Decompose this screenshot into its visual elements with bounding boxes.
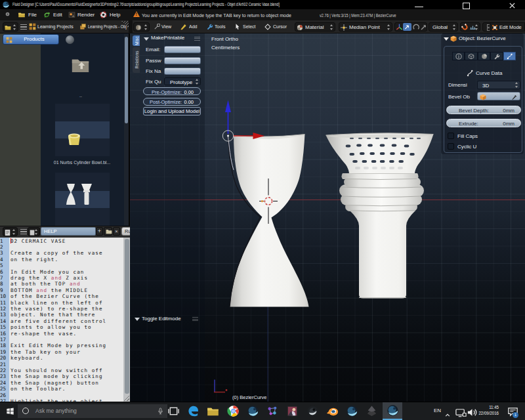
editor-line[interactable]: on the right. — [10, 257, 123, 262]
editor-line[interactable]: on the Toolbar. — [10, 386, 123, 392]
editor-line[interactable]: 02 CERMAIC VASE — [10, 238, 123, 244]
password-field[interactable] — [164, 57, 201, 64]
editor-line[interactable]: You should now switch off — [10, 368, 123, 373]
editor-line[interactable]: the Tab key on your — [10, 349, 123, 355]
mic-icon[interactable] — [156, 407, 165, 415]
editor-line[interactable]: BOTTOM and the MIDDLE — [10, 287, 123, 293]
toggle-editmode-collapse-icon[interactable] — [135, 318, 140, 321]
pre-optimize-slider[interactable]: Pre-Optimize: 0.00 — [143, 87, 201, 95]
editor-line[interactable]: object. Note that there — [10, 312, 123, 318]
pivot-dropdown[interactable]: Median Point — [339, 22, 392, 32]
edge-icon[interactable] — [187, 405, 200, 417]
editor-line[interactable]: are five different control — [10, 318, 123, 324]
object-panel-collapse-icon[interactable] — [444, 37, 449, 41]
file-item-label[interactable]: 01 Nurbs Cylinder Bowl.bl... — [43, 160, 121, 165]
text-name-field[interactable]: HELP — [41, 227, 96, 236]
email-field[interactable] — [164, 46, 201, 53]
dimensions-dropdown[interactable]: 3D — [477, 81, 520, 89]
inkscape-icon[interactable] — [366, 405, 378, 417]
mode-button[interactable]: Edit Mode — [490, 22, 525, 32]
bowl-thumbnail[interactable] — [65, 129, 83, 148]
editor-line[interactable]: the Snap (magnet) button — [10, 380, 123, 386]
props-tab-material[interactable] — [478, 52, 490, 60]
cyclic-checkbox[interactable] — [448, 143, 454, 150]
makeprintable-collapse-icon[interactable] — [144, 37, 149, 41]
editor-line[interactable]: Create a copy of the vase — [10, 250, 123, 256]
login-upload-button[interactable]: Login and Upload Model — [143, 107, 201, 116]
text-editor-type-button[interactable] — [3, 227, 18, 236]
editor-line[interactable] — [10, 337, 123, 343]
object-panel-title[interactable]: Object: BezierCurve — [459, 35, 506, 41]
editor-line[interactable]: In Edit Mode you can — [10, 269, 123, 275]
editor-line[interactable]: the Snap mode by clicking — [10, 373, 123, 379]
editor-scrollbar-thumb[interactable] — [125, 239, 129, 394]
browser-editor-type-button[interactable] — [3, 22, 18, 32]
props-tab-modifiers[interactable] — [490, 52, 503, 60]
editor-line[interactable] — [10, 392, 123, 398]
open-text-button[interactable] — [104, 227, 112, 236]
tab-learning-projects[interactable]: Learning Projects — [37, 24, 74, 30]
editor-line[interactable]: Exit Edit Mode by pressing — [10, 343, 123, 348]
editor-line[interactable]: drag the X and Z axis — [10, 275, 123, 281]
file-explorer-icon[interactable] — [207, 405, 219, 417]
menu-help[interactable]: Help — [110, 12, 120, 18]
fluid-designer-icon[interactable] — [247, 405, 259, 417]
bevel-object-field[interactable] — [477, 92, 520, 100]
toggle-editmode-grip[interactable] — [192, 317, 198, 321]
menu-tools[interactable]: Tools — [215, 24, 225, 30]
view3d-editor-type-button[interactable] — [133, 22, 150, 32]
menu-edit[interactable]: Edit — [53, 12, 62, 18]
close-button[interactable] — [509, 2, 516, 9]
post-optimize-slider[interactable]: Post-Optimize: 0.00 — [143, 98, 201, 106]
new-text-button[interactable]: + — [96, 227, 103, 236]
tray-chevron-icon[interactable] — [445, 409, 450, 414]
manipulator-rotate-icon[interactable] — [413, 24, 420, 31]
task-view-icon[interactable] — [167, 405, 180, 417]
language-indicator[interactable]: EN — [434, 408, 441, 413]
menu-select[interactable]: Select — [243, 24, 256, 30]
browser-scrollbar-thumb[interactable] — [125, 37, 128, 123]
text-editor-menu-icon[interactable] — [20, 229, 27, 234]
fix-quality-dropdown[interactable]: Prototype — [164, 77, 201, 85]
taskbar-clock[interactable]: 11:45 22/09/2016 — [471, 404, 499, 417]
vase-thumbnail[interactable] — [62, 182, 98, 207]
props-tab-object[interactable] — [465, 52, 477, 60]
blender-icon[interactable] — [326, 405, 339, 417]
snap-magnet-icon[interactable] — [461, 24, 469, 31]
makeprintable-grip[interactable] — [194, 37, 200, 41]
editor-line[interactable] — [10, 262, 123, 268]
photos-icon[interactable] — [286, 405, 299, 417]
molecule-icon[interactable] — [266, 405, 279, 417]
manipulator-translate-button[interactable] — [403, 23, 411, 31]
taskbar-active-app[interactable] — [383, 402, 402, 420]
chrome-icon[interactable] — [227, 405, 240, 417]
tool-shelf-tab-misc[interactable]: Misc — [133, 35, 140, 46]
editor-text[interactable]: 02 CERMAIC VASECreate a copy of the vase… — [10, 238, 123, 411]
tab-learning-projects-obj[interactable]: Learning Projects - Obj — [88, 24, 127, 30]
parent-folder-icon[interactable] — [71, 56, 90, 74]
menu-cursor[interactable]: Cursor — [273, 24, 287, 30]
props-tab-info[interactable] — [452, 52, 465, 60]
props-tab-curve-data[interactable] — [503, 52, 516, 60]
fix-name-field[interactable] — [164, 68, 201, 75]
orientation-dropdown[interactable]: Global — [429, 22, 458, 32]
menu-render[interactable]: Render — [77, 12, 94, 18]
editor-line[interactable]: of the Bezier Curve (the — [10, 293, 123, 299]
text-datablock-button[interactable] — [28, 227, 40, 236]
parent-folder-label[interactable]: .. — [71, 93, 91, 98]
editor-line[interactable]: black line on the left of — [10, 300, 123, 306]
fill-caps-checkbox[interactable] — [448, 133, 454, 139]
pin-icon[interactable] — [66, 35, 74, 44]
manipulator-axis-icon[interactable] — [396, 24, 403, 31]
editor-line[interactable]: keyboard. — [10, 355, 123, 361]
makeprintable-title[interactable]: MakePrintable — [151, 35, 184, 41]
menu-file[interactable]: File — [28, 12, 37, 18]
editor-line[interactable]: at both the TOP and — [10, 281, 123, 287]
taskbar-search[interactable]: Ask me anything — [18, 404, 167, 418]
maximize-button[interactable] — [463, 3, 470, 9]
info-editor-icon[interactable] — [5, 11, 10, 17]
unlink-text-button[interactable]: × — [113, 227, 120, 236]
extrude-slider[interactable]: Extrude: 0mm — [446, 119, 521, 127]
manipulator-scale-icon[interactable] — [420, 24, 427, 31]
minimize-button[interactable] — [415, 7, 423, 8]
